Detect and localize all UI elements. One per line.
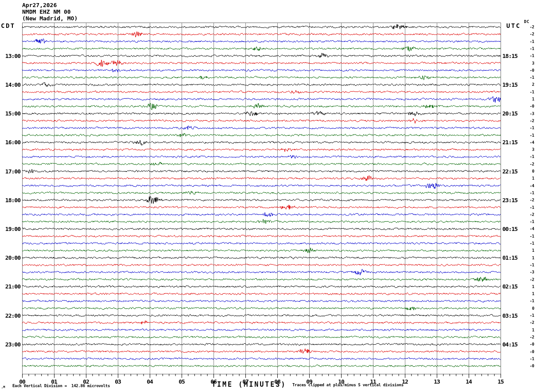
dc-value: -4	[519, 184, 534, 188]
scale-note: Each Vertical Division = 142.86 microvol…	[12, 384, 110, 388]
right-time-label: 04:15	[502, 341, 517, 348]
dc-value: 0	[519, 306, 534, 311]
right-time-label: 00:15	[502, 226, 517, 232]
dc-value: -1	[519, 205, 534, 210]
right-time-label: 19:15	[502, 81, 517, 88]
dc-value: -1	[519, 234, 534, 238]
dc-value: 1	[519, 97, 534, 101]
dc-value: -1	[519, 299, 534, 303]
x-tick-label: 05	[174, 378, 190, 385]
right-timezone-label: UTC	[506, 22, 521, 29]
dc-value: -1	[519, 46, 534, 51]
dc-value: -1	[519, 75, 534, 80]
dc-value: -1	[519, 133, 534, 138]
dc-value: 1	[519, 256, 534, 260]
left-time-label: 20:00	[0, 254, 20, 261]
left-time-label: 17:00	[0, 168, 20, 175]
left-timezone-label: CDT	[1, 22, 16, 29]
dc-value: -2	[519, 198, 534, 202]
x-tick-label: 15	[493, 378, 509, 385]
dc-value: -1	[519, 313, 534, 318]
dc-value: 3	[519, 61, 534, 65]
x-tick-label: 13	[429, 378, 445, 385]
left-time-label: 18:00	[0, 197, 20, 204]
dc-value: 2	[519, 82, 534, 87]
dc-value: -4	[519, 140, 534, 145]
right-time-label: 21:15	[502, 139, 517, 146]
dc-value: -2	[519, 212, 534, 217]
dc-value: -2	[519, 320, 534, 325]
right-time-label: 22:15	[502, 168, 517, 175]
dc-value: -2	[519, 119, 534, 123]
header-date: Apr27,2026	[22, 2, 57, 8]
left-time-label: 21:00	[0, 283, 20, 290]
dc-value: -0	[519, 104, 534, 108]
dc-value: -1	[519, 241, 534, 246]
clip-note: Traces clipped at plus/minus 5 vertical …	[292, 383, 404, 387]
dc-value: -2	[519, 162, 534, 166]
right-time-label: 18:15	[502, 53, 517, 59]
helicorder-page: Apr27,2026 NMDM EHZ NM 00 (New Madrid, M…	[0, 0, 536, 392]
right-time-label: 20:15	[502, 110, 517, 117]
right-time-label: 01:15	[502, 254, 517, 261]
x-tick-label: 03	[110, 378, 126, 385]
left-time-label: 19:00	[0, 226, 20, 232]
dc-value: -0	[519, 364, 534, 368]
header-station: NMDM EHZ NM 00	[22, 9, 71, 15]
dc-value: 1	[519, 292, 534, 296]
dc-value: -1	[519, 263, 534, 267]
left-time-label: 13:00	[0, 53, 20, 59]
dc-value: -4	[519, 227, 534, 231]
left-time-label: 16:00	[0, 139, 20, 146]
right-time-label: 02:15	[502, 283, 517, 290]
left-time-label: 22:00	[0, 312, 20, 319]
right-time-label: 23:15	[502, 197, 517, 204]
dc-offset-header: DC	[524, 19, 529, 24]
dc-value: 1	[519, 328, 534, 332]
dc-value: 0	[519, 169, 534, 173]
dc-value: -1	[519, 191, 534, 195]
x-tick-label: 14	[461, 378, 477, 385]
dc-value: -2	[519, 335, 534, 339]
dc-value: -0	[519, 342, 534, 346]
dc-value: -3	[519, 270, 534, 274]
dc-value: -1	[519, 357, 534, 361]
dc-value: 1	[519, 284, 534, 289]
dc-value: -1	[519, 90, 534, 94]
x-axis-title: TIME (MINUTES)	[212, 380, 286, 388]
dc-value: -2	[519, 25, 534, 29]
left-time-label: 15:00	[0, 110, 20, 117]
dc-value: -2	[519, 277, 534, 282]
dc-value: 1	[519, 176, 534, 181]
dc-value: -1	[519, 54, 534, 58]
dc-value: -2	[519, 32, 534, 36]
left-time-label: 14:00	[0, 81, 20, 88]
left-time-label: 23:00	[0, 341, 20, 348]
dc-value: -0	[519, 350, 534, 354]
x-tick-label: 04	[142, 378, 158, 385]
corner-watermark: ‚M	[1, 385, 5, 389]
dc-value: 1	[519, 248, 534, 253]
dc-value: -3	[519, 111, 534, 116]
dc-value: 3	[519, 147, 534, 152]
right-time-label: 03:15	[502, 312, 517, 319]
dc-value: -0	[519, 68, 534, 73]
dc-value: -1	[519, 39, 534, 44]
dc-value: -1	[519, 154, 534, 159]
dc-value: -1	[519, 219, 534, 224]
seismogram-plot	[0, 0, 536, 392]
dc-value: -1	[519, 126, 534, 130]
header-location: (New Madrid, MO)	[22, 15, 78, 22]
